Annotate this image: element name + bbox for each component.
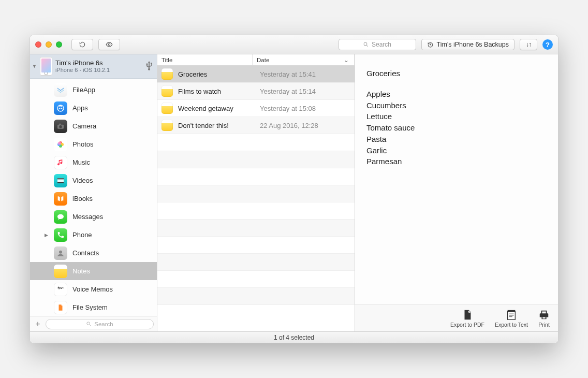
note-date: 22 Aug 2016, 12:28: [260, 122, 318, 129]
note-row[interactable]: Films to watchYesterday at 15:14: [157, 83, 355, 100]
note-line: Garlic: [366, 145, 547, 156]
sidebar-footer: + Search: [30, 316, 157, 331]
text-file-icon: [506, 309, 517, 321]
note-detail-title: Groceries: [366, 68, 547, 79]
empty-row: [157, 220, 355, 237]
disclosure-icon[interactable]: ▶: [45, 232, 48, 238]
svg-point-15: [59, 250, 62, 253]
sidebar-item-fileapp[interactable]: FileApp: [30, 81, 157, 99]
note-row[interactable]: Don't tender this!22 Aug 2016, 12:28: [157, 117, 355, 134]
sidebar-item-contacts[interactable]: Contacts: [30, 244, 157, 262]
export-text-label: Export to Text: [495, 322, 528, 328]
help-button[interactable]: ?: [542, 39, 553, 50]
note-title: Weekend getaway: [178, 105, 255, 112]
phone-icon: [54, 228, 67, 242]
files-icon: [54, 301, 67, 314]
column-header-date[interactable]: Date ⌄: [253, 54, 355, 65]
svg-point-11: [58, 141, 61, 144]
note-title: Films to watch: [178, 88, 255, 95]
messages-icon: [54, 210, 67, 224]
note-content: Groceries ApplesCucumbersLettuceTomato s…: [355, 54, 558, 304]
svg-point-0: [108, 43, 110, 46]
sidebar: ▼ Tim's iPhone 6s iPhone 6 - iOS 10.2.1 …: [30, 54, 157, 331]
note-date: Yesterday at 15:41: [260, 70, 316, 78]
device-subtitle: iPhone 6 - iOS 10.2.1: [55, 67, 142, 74]
help-icon: ?: [546, 41, 550, 49]
svg-point-16: [87, 322, 90, 325]
sidebar-item-label: FileApp: [72, 86, 95, 94]
svg-point-1: [364, 42, 367, 46]
add-button[interactable]: +: [33, 319, 42, 329]
print-label: Print: [538, 322, 550, 328]
device-row[interactable]: ▼ Tim's iPhone 6s iPhone 6 - iOS 10.2.1: [30, 54, 157, 79]
fileapp-icon: [54, 83, 67, 97]
sidebar-item-apps[interactable]: Apps: [30, 99, 157, 117]
search-icon: [86, 321, 92, 327]
sidebar-list: FileAppAppsCameraPhotosMusicVideosiBooks…: [30, 79, 157, 316]
backups-button[interactable]: Tim's iPhone 6s Backups: [421, 39, 514, 50]
sidebar-item-photos[interactable]: Photos: [30, 135, 157, 153]
export-pdf-button[interactable]: Export to PDF: [450, 309, 484, 328]
sidebar-item-label: Messages: [72, 213, 103, 221]
eye-icon: [106, 41, 113, 48]
note-detail-body: ApplesCucumbersLettuceTomato saucePastaG…: [366, 89, 547, 167]
quicklook-button[interactable]: [98, 39, 120, 50]
transfer-icon: ↓↑: [526, 41, 531, 48]
sidebar-item-label: File System: [72, 303, 108, 311]
notes-list: GroceriesYesterday at 15:41Films to watc…: [157, 66, 355, 331]
main-body: ▼ Tim's iPhone 6s iPhone 6 - iOS 10.2.1 …: [30, 54, 558, 331]
camera-icon: [54, 120, 67, 133]
refresh-button[interactable]: [71, 39, 93, 50]
sidebar-item-music[interactable]: Music: [30, 153, 157, 171]
pdf-icon: [462, 309, 473, 321]
note-icon: [161, 103, 173, 114]
notes-icon: [54, 265, 67, 278]
toolbar-search-field[interactable]: Search: [339, 39, 416, 50]
sidebar-search-field[interactable]: Search: [46, 319, 154, 329]
sidebar-item-label: Music: [72, 158, 90, 166]
music-icon: [54, 156, 67, 169]
videos-icon: [54, 174, 67, 187]
svg-line-17: [90, 325, 91, 326]
minimize-window-button[interactable]: [46, 41, 52, 48]
empty-row: [157, 237, 355, 254]
sidebar-item-camera[interactable]: Camera: [30, 117, 157, 135]
sidebar-item-voice[interactable]: Voice Memos: [30, 280, 157, 298]
refresh-icon: [79, 41, 86, 48]
sidebar-item-files[interactable]: File System: [30, 298, 157, 316]
export-text-button[interactable]: Export to Text: [495, 309, 528, 328]
note-date: Yesterday at 15:14: [260, 88, 316, 95]
sidebar-item-label: Apps: [72, 104, 88, 112]
sidebar-item-label: Videos: [72, 177, 93, 184]
printer-icon: [538, 309, 550, 321]
sidebar-item-label: Camera: [72, 122, 96, 130]
note-row[interactable]: GroceriesYesterday at 15:41: [157, 66, 355, 83]
svg-point-3: [57, 105, 64, 111]
note-icon: [161, 120, 173, 131]
voice-icon: [54, 283, 67, 296]
note-date: Yesterday at 15:08: [260, 105, 316, 112]
device-disclosure-icon[interactable]: ▼: [32, 64, 37, 69]
window-controls: [35, 41, 62, 48]
note-row[interactable]: Weekend getawayYesterday at 15:08: [157, 100, 355, 117]
detail-actions: Export to PDF Export to Text Print: [355, 304, 558, 331]
sidebar-item-videos[interactable]: Videos: [30, 171, 157, 190]
print-button[interactable]: Print: [538, 309, 550, 328]
sidebar-item-notes[interactable]: Notes: [30, 262, 157, 280]
empty-row: [157, 202, 355, 220]
note-line: Lettuce: [366, 111, 547, 122]
sidebar-item-phone[interactable]: ▶Phone: [30, 226, 157, 244]
column-header-title[interactable]: Title: [157, 54, 253, 65]
status-bar: 1 of 4 selected: [30, 331, 558, 343]
note-line: Apples: [366, 89, 547, 100]
sidebar-search-placeholder: Search: [94, 321, 113, 327]
contacts-icon: [54, 246, 67, 260]
usb-icon: [145, 61, 153, 72]
zoom-window-button[interactable]: [56, 41, 62, 48]
transfer-button[interactable]: ↓↑: [520, 39, 537, 50]
sidebar-item-label: iBooks: [72, 195, 93, 202]
close-window-button[interactable]: [35, 41, 41, 48]
sidebar-item-messages[interactable]: Messages: [30, 208, 157, 226]
sort-indicator-icon: ⌄: [344, 56, 349, 64]
sidebar-item-ibooks[interactable]: iBooks: [30, 190, 157, 208]
